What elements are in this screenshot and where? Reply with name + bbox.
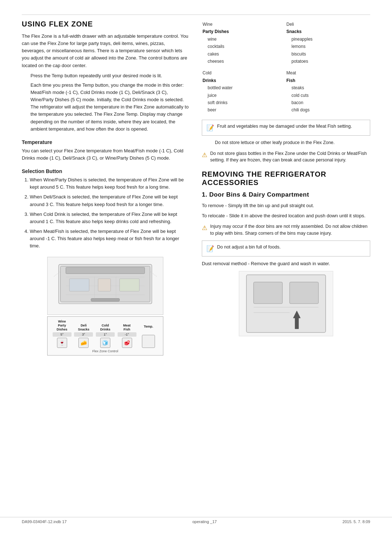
cp-temp-button: Temp. — [139, 325, 158, 348]
food-item: cheeses [203, 58, 283, 65]
cp-row: WineParty Dishes 5° 🍷 DeliSnacks 3° 🧀 [51, 320, 159, 348]
food-item: pineapples [286, 36, 367, 43]
note-icon-3: 📝 [207, 244, 214, 254]
food-sub-snacks: Snacks [286, 29, 302, 34]
food-item: cold cuts [286, 92, 367, 99]
note2-text: Do not store lettuce or other leafy prod… [215, 139, 370, 146]
indent2-text: Each time you press the Temp button, you… [30, 82, 189, 133]
svg-rect-9 [69, 279, 89, 292]
list-item: When Deli/Snack is selected, the tempera… [30, 193, 189, 208]
food-item: beer [203, 106, 283, 114]
dust-removal-text: Dust removal method - Remove the guard a… [202, 260, 370, 267]
svg-rect-3 [91, 299, 120, 301]
list-item: When Cold Drink is selected, the tempera… [30, 211, 189, 225]
accessories-title: REMOVING THE REFRIGERATOR ACCESSORIES [202, 170, 370, 187]
food-cat-deli: Deli [286, 22, 294, 27]
food-cat-meat: Meat [286, 70, 296, 75]
top-divider [22, 15, 370, 15]
food-item: soft drinks [203, 99, 283, 106]
door-bins-title: 1. Door Bins & Dairy Compartment [202, 191, 370, 198]
cp-deli-snacks: DeliSnacks 3° 🧀 [74, 324, 93, 348]
note-text-3: Do not adjust a bin full of foods. [217, 244, 281, 251]
list-item: When Wine/Party Dishes is selected, the … [30, 176, 189, 191]
cp-cold-drinks: ColdDrinks 1° 🧊 [96, 324, 115, 348]
food-item: juice [203, 92, 283, 99]
food-item: biscuits [286, 50, 367, 58]
note-box-1: 📝 Fruit and vegetables may be damaged un… [202, 120, 370, 136]
svg-rect-2 [66, 267, 144, 274]
warning-box-1: ⚠ Do not store glass bottles in the Flex… [202, 150, 370, 164]
food-item: lemons [286, 43, 367, 50]
page-number: operating _17 [192, 519, 217, 524]
selection-list: When Wine/Party Dishes is selected, the … [30, 176, 189, 250]
food-sub-drinks: Drinks [203, 78, 216, 83]
food-cat-cold: Cold [203, 70, 212, 75]
page-footer: DA99-03404F-12.indb 17 operating _17 201… [0, 517, 392, 524]
accessories-section: REMOVING THE REFRIGERATOR ACCESSORIES 1.… [202, 170, 370, 336]
warning-box-2: ⚠ Injury may occur if the door bins are … [202, 223, 370, 237]
temperature-subtitle: Temperature [22, 139, 189, 145]
cp-wine-party: WineParty Dishes 5° 🍷 [53, 320, 72, 348]
svg-rect-10 [98, 279, 111, 292]
drawer-illustration [47, 257, 163, 315]
selection-button-subtitle: Selection Button [22, 168, 189, 174]
door-bins-para1: To remove - Simply lift the bin up and p… [202, 202, 370, 209]
food-sub-fish: Fish [286, 78, 295, 83]
svg-rect-15 [254, 282, 282, 304]
footer-left: DA99-03404F-12.indb 17 [22, 519, 67, 524]
food-cat-wine: Wine [203, 22, 212, 27]
using-flex-zone-title: USING FLEX ZONE [22, 20, 189, 28]
right-column: Wine Party Dishes wine cocktails cakes c… [202, 20, 370, 356]
door-bins-para2: To relocate - Slide it in above the desi… [202, 212, 370, 219]
food-item: cakes [203, 50, 283, 58]
food-item: potatoes [286, 58, 367, 65]
food-item: cocktails [203, 43, 283, 50]
food-item: bottled water [203, 84, 283, 91]
warning-text-1: Do not store glass bottles in the Flex Z… [210, 150, 370, 164]
food-categories-table: Wine Party Dishes wine cocktails cakes c… [202, 20, 370, 115]
warning-icon-1: ⚠ [202, 151, 207, 160]
left-column: USING FLEX ZONE The Flex Zone is a full-… [22, 20, 189, 356]
food-item: steaks [286, 84, 367, 91]
food-item: chili dogs [286, 106, 367, 114]
intro-text: The Flex Zone is a full-width drawer wit… [22, 33, 189, 69]
note-text-1: Fruit and vegetables may be damaged unde… [217, 123, 352, 130]
note-box-3: 📝 Do not adjust a bin full of foods. [202, 241, 370, 257]
warning-icon-2: ⚠ [202, 223, 207, 233]
footer-right: 2015. 5. 7. 8:09 [343, 519, 370, 524]
food-sub-party-dishes: Party Dishes [203, 29, 229, 34]
food-item: bacon [286, 99, 367, 106]
list-item: When Meat/Fish is selected, the temperat… [30, 228, 189, 250]
svg-rect-16 [290, 282, 318, 304]
control-panel-area: WineParty Dishes 5° 🍷 DeliSnacks 3° 🧀 [22, 257, 189, 355]
control-panel-box: WineParty Dishes 5° 🍷 DeliSnacks 3° 🧀 [47, 316, 163, 355]
svg-rect-11 [120, 279, 139, 292]
food-item: wine [203, 36, 283, 43]
note-icon-1: 📝 [207, 123, 214, 133]
warning-text-2: Injury may occur if the door bins are no… [210, 223, 370, 237]
cp-meat-fish: MeatFish -1° 🥩 [118, 324, 136, 348]
cp-footer-label: Flex Zone Control [51, 349, 159, 353]
bin-illustration [239, 271, 333, 336]
temperature-text: You can select your Flex Zone temperatur… [22, 147, 189, 162]
indent1-text: Press the Temp button repeatedly until y… [30, 72, 189, 79]
